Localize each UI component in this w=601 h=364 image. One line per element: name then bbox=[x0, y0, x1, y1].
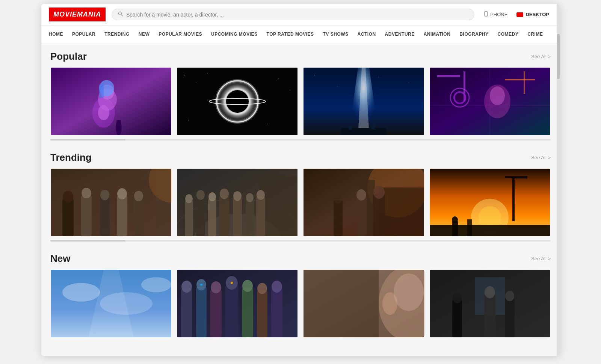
svg-rect-72 bbox=[219, 196, 229, 236]
nav-popular[interactable]: POPULAR bbox=[72, 26, 95, 43]
svg-rect-118 bbox=[271, 288, 282, 337]
phone-label: PHONE bbox=[490, 12, 507, 17]
nav-new[interactable]: NEW bbox=[139, 26, 150, 43]
nav-trending[interactable]: TRENDING bbox=[104, 26, 130, 43]
svg-rect-6 bbox=[116, 120, 121, 131]
svg-point-120 bbox=[200, 284, 202, 286]
svg-point-121 bbox=[231, 282, 233, 284]
nav-crime[interactable]: CRIME bbox=[527, 26, 543, 43]
svg-rect-59 bbox=[134, 198, 143, 236]
svg-point-22 bbox=[226, 90, 249, 113]
svg-rect-96 bbox=[430, 225, 550, 236]
popular-movie-4[interactable] bbox=[429, 68, 551, 135]
svg-rect-110 bbox=[210, 289, 222, 337]
svg-point-130 bbox=[453, 293, 462, 303]
scrollbar[interactable] bbox=[557, 4, 560, 356]
svg-rect-12 bbox=[99, 85, 104, 98]
svg-point-69 bbox=[196, 190, 205, 200]
nav-popular-movies[interactable]: POPULAR MOVIES bbox=[159, 26, 202, 43]
popular-movie-2[interactable] bbox=[177, 68, 298, 135]
svg-point-85 bbox=[356, 189, 366, 201]
svg-point-101 bbox=[62, 283, 100, 302]
main-content: Popular See All > bbox=[41, 43, 560, 356]
svg-rect-108 bbox=[196, 287, 207, 337]
new-movie-3[interactable] bbox=[303, 270, 424, 337]
svg-rect-34 bbox=[349, 126, 352, 130]
nav-adventure[interactable]: ADVENTURE bbox=[385, 26, 415, 43]
trending-section-header: Trending See All > bbox=[50, 152, 551, 163]
trending-movie-3[interactable] bbox=[303, 169, 424, 236]
svg-point-54 bbox=[82, 188, 91, 198]
svg-point-17 bbox=[278, 79, 279, 79]
svg-point-67 bbox=[185, 194, 193, 203]
svg-point-27 bbox=[314, 75, 315, 75]
nav-upcoming-movies[interactable]: UPCOMING MOVIES bbox=[211, 26, 258, 43]
svg-point-16 bbox=[207, 73, 207, 73]
trending-scroll-bar bbox=[50, 240, 125, 242]
search-icon bbox=[118, 11, 123, 18]
svg-point-77 bbox=[246, 193, 254, 202]
svg-line-1 bbox=[121, 15, 123, 16]
svg-point-71 bbox=[208, 192, 216, 201]
svg-point-89 bbox=[334, 194, 342, 204]
phone-button[interactable]: PHONE bbox=[480, 10, 510, 19]
svg-rect-66 bbox=[185, 201, 193, 236]
trending-movie-1[interactable] bbox=[50, 169, 172, 236]
nav-biography[interactable]: BIOGRAPHY bbox=[459, 26, 488, 43]
new-movie-row bbox=[50, 270, 551, 337]
svg-rect-116 bbox=[257, 290, 267, 337]
svg-rect-97 bbox=[452, 221, 458, 236]
svg-rect-55 bbox=[100, 197, 110, 236]
svg-point-30 bbox=[409, 83, 409, 83]
main-nav: HOME POPULAR TRENDING NEW POPULAR MOVIES… bbox=[41, 26, 560, 43]
new-movie-1[interactable] bbox=[50, 270, 172, 337]
nav-animation[interactable]: ANIMATION bbox=[424, 26, 451, 43]
search-bar[interactable] bbox=[112, 9, 474, 20]
svg-point-111 bbox=[211, 281, 221, 293]
popular-movie-3[interactable] bbox=[303, 68, 424, 135]
svg-rect-99 bbox=[467, 219, 472, 236]
svg-point-98 bbox=[452, 216, 458, 223]
popular-title: Popular bbox=[50, 51, 87, 62]
svg-rect-114 bbox=[242, 288, 253, 337]
popular-see-all[interactable]: See All > bbox=[531, 54, 551, 59]
desktop-icon bbox=[516, 12, 523, 17]
header: MOVIEMANIA PHONE bbox=[41, 4, 560, 26]
svg-point-45 bbox=[490, 86, 505, 105]
svg-rect-86 bbox=[373, 194, 385, 236]
svg-rect-37 bbox=[437, 75, 460, 77]
svg-point-52 bbox=[63, 191, 73, 203]
svg-rect-83 bbox=[379, 187, 424, 236]
svg-point-75 bbox=[233, 191, 242, 201]
trending-title: Trending bbox=[50, 152, 92, 163]
nav-home[interactable]: HOME bbox=[49, 26, 63, 43]
svg-point-107 bbox=[181, 281, 192, 293]
nav-action[interactable]: ACTION bbox=[358, 26, 376, 43]
svg-point-103 bbox=[141, 277, 171, 292]
new-movie-2[interactable] bbox=[177, 270, 298, 337]
scrollbar-thumb[interactable] bbox=[557, 34, 560, 79]
new-movie-4[interactable] bbox=[429, 270, 551, 337]
trending-movie-row bbox=[50, 169, 551, 236]
new-see-all[interactable]: See All > bbox=[531, 256, 551, 261]
svg-rect-112 bbox=[225, 285, 238, 337]
svg-point-60 bbox=[134, 191, 143, 201]
desktop-button[interactable]: DESKTOP bbox=[513, 10, 552, 19]
new-title: New bbox=[50, 253, 70, 264]
search-input[interactable] bbox=[126, 12, 468, 18]
trending-movie-2[interactable] bbox=[177, 169, 298, 236]
popular-movie-1[interactable] bbox=[50, 68, 172, 135]
svg-rect-78 bbox=[256, 197, 265, 236]
trending-section: Trending See All > bbox=[50, 152, 551, 242]
trending-movie-4[interactable] bbox=[429, 169, 551, 236]
svg-point-28 bbox=[337, 86, 338, 87]
nav-top-rated-movies[interactable]: TOP RATED MOVIES bbox=[267, 26, 314, 43]
trending-see-all[interactable]: See All > bbox=[531, 155, 551, 160]
logo[interactable]: MOVIEMANIA bbox=[49, 8, 106, 21]
svg-point-87 bbox=[373, 186, 385, 199]
svg-rect-65 bbox=[260, 176, 297, 236]
nav-tv-shows[interactable]: TV SHOWS bbox=[323, 26, 349, 43]
nav-comedy[interactable]: COMEDY bbox=[498, 26, 519, 43]
svg-point-43 bbox=[457, 95, 463, 101]
svg-point-73 bbox=[220, 189, 229, 199]
